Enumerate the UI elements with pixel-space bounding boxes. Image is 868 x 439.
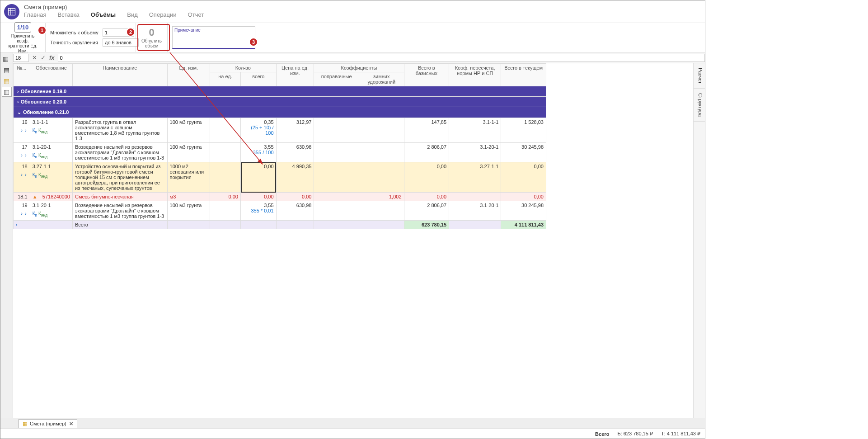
col-coef-corr[interactable]: поправочные: [314, 72, 359, 86]
accept-formula-icon[interactable]: ✓: [39, 54, 47, 61]
status-label: Всего: [595, 431, 609, 437]
multiplier-label: Множитель к объёму: [50, 30, 100, 35]
ratio-icon: 1/10: [14, 22, 31, 33]
view-mode-3-icon[interactable]: ▥: [2, 87, 12, 97]
main-tab-5[interactable]: Отчет: [188, 11, 204, 19]
formula-bar: ✕ ✓ fx: [13, 52, 705, 63]
zero-icon: 0: [149, 27, 154, 38]
col-recalc[interactable]: Коэф. пересчета, нормы НР и СП: [449, 64, 501, 86]
col-qty-total[interactable]: всего: [241, 72, 277, 86]
close-tab-icon[interactable]: ✕: [69, 421, 73, 427]
table-row[interactable]: 18› ›3.27-1-1Кп КиндУстройство оснований…: [14, 162, 546, 193]
apply-coef-button[interactable]: 1/10 Применить коэф. кратности Ед. Изм.: [5, 21, 41, 54]
doc-tab-icon: ▦: [23, 421, 27, 427]
col-basis[interactable]: Обоснование: [30, 64, 72, 86]
status-bar: Всего Б: 623 780,15 ₽ Т: 4 111 811,43 ₽: [0, 429, 705, 439]
right-sidebar: Расчет Структура: [693, 63, 705, 418]
grid-area[interactable]: №... Обоснование Наименование Ед. изм. К…: [13, 63, 693, 418]
main-tab-0[interactable]: Главная: [24, 11, 46, 19]
doc-tab-label: Смета (пример): [30, 421, 66, 426]
precision-select[interactable]: до 6 знаков: [103, 38, 139, 47]
doc-title: Смета (пример): [24, 4, 204, 10]
formula-input[interactable]: [58, 54, 705, 62]
col-coef-group[interactable]: Коэффициенты: [314, 64, 404, 72]
table-row[interactable]: 18.1▲ 5718240000Смесь битумно-песчанаям3…: [14, 193, 546, 201]
status-curr: Т: 4 111 811,43 ₽: [661, 431, 700, 437]
col-total-curr[interactable]: Всего в текущем: [501, 64, 546, 86]
precision-label: Точность округления: [50, 40, 100, 45]
svg-rect-0: [9, 8, 15, 15]
estimate-grid: №... Обоснование Наименование Ед. изм. К…: [13, 63, 546, 229]
col-qty-per[interactable]: на ед.: [210, 72, 240, 86]
zero-volume-button[interactable]: 0 Обнулитьобъём: [138, 25, 165, 50]
right-tab-calc[interactable]: Расчет: [694, 63, 705, 89]
main-tab-3[interactable]: Вид: [127, 11, 138, 19]
note-field[interactable]: Примечание: [172, 26, 255, 49]
annotation-badge-3: 3: [249, 38, 258, 47]
view-mode-1-icon[interactable]: ▤: [2, 65, 12, 75]
group-row[interactable]: ›Обновление 0.19.0: [14, 86, 546, 97]
col-name[interactable]: Наименование: [72, 64, 167, 86]
panel-toggle-icon[interactable]: ▦: [0, 54, 10, 64]
col-total-base[interactable]: Всего в базисных: [404, 64, 449, 86]
header: Смета (пример) ГлавнаяВставкаОбъёмыВидОп…: [0, 0, 705, 23]
app-icon: [4, 4, 19, 19]
col-price[interactable]: Цена на ед. изм.: [276, 64, 314, 86]
main-tabs: ГлавнаяВставкаОбъёмыВидОперацииОтчет: [24, 11, 204, 19]
table-row[interactable]: 16› ›3.1-1-1Кп КиндРазработка грунта в о…: [14, 118, 546, 143]
group-row[interactable]: ⌄Обновление 0.21.0: [14, 107, 546, 118]
cancel-formula-icon[interactable]: ✕: [31, 54, 38, 61]
view-mode-2-icon[interactable]: ▦: [2, 76, 12, 86]
doc-tab[interactable]: ▦ Смета (пример) ✕: [19, 419, 77, 428]
main-tab-2[interactable]: Объёмы: [91, 11, 116, 19]
group-row[interactable]: ›Обновление 0.20.0: [14, 97, 546, 107]
right-tab-structure[interactable]: Структура: [694, 89, 705, 122]
col-coef-winter[interactable]: зимних удорожаний: [359, 72, 404, 86]
status-base: Б: 623 780,15 ₽: [617, 431, 652, 437]
table-row[interactable]: 19› ›3.1-20-1Кп КиндВозведение насыпей и…: [14, 201, 546, 221]
fx-icon[interactable]: fx: [48, 54, 56, 61]
cell-reference-input[interactable]: [13, 54, 29, 62]
bottom-tabs: ▦ Смета (пример) ✕: [0, 418, 705, 429]
total-row: ›Всего623 780,154 111 811,43: [14, 221, 546, 229]
col-unit[interactable]: Ед. изм.: [167, 64, 210, 86]
main-tab-1[interactable]: Вставка: [57, 11, 79, 19]
ribbon: 1/10 Применить коэф. кратности Ед. Изм. …: [0, 23, 705, 52]
col-num[interactable]: №...: [14, 64, 30, 86]
annotation-badge-1: 1: [38, 26, 47, 35]
annotation-badge-2: 2: [126, 28, 135, 37]
col-qty-group[interactable]: Кол-во: [210, 64, 276, 72]
left-sidebar: ▤ ▦ ▥: [0, 63, 13, 418]
main-tab-4[interactable]: Операции: [149, 11, 177, 19]
table-row[interactable]: 17› ›3.1-20-1Кп КиндВозведение насыпей и…: [14, 143, 546, 162]
